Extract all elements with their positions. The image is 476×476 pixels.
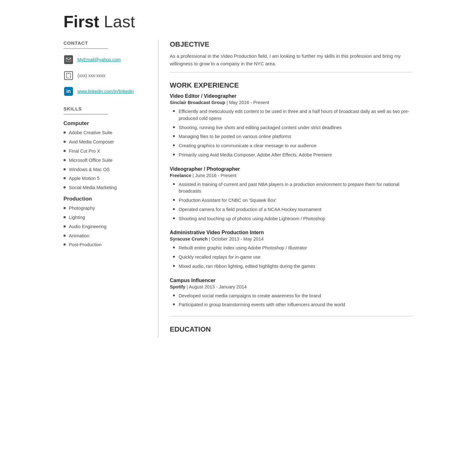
list-item: Final Cut Pro X [63, 148, 149, 154]
job-subtitle-1: Sinclair Broadcast Group | May 2016 - Pr… [170, 100, 413, 105]
skill-text: Social Media Marketing [69, 185, 117, 191]
job-date-sep-3: | [209, 236, 211, 241]
job-bullets-4: Developed social media campaigns to crea… [173, 293, 413, 309]
linkedin-item: in www.linkedin.com/in/linkedin [63, 86, 149, 96]
skill-text: Windows & Mac OS [69, 167, 110, 173]
skill-text: Post-Production [69, 242, 102, 248]
list-item: Shooting and touching up of photos using… [173, 215, 413, 222]
phone-item: (xxx) xxx-xxxx [63, 70, 149, 81]
bullet [63, 207, 66, 209]
bullet [63, 177, 66, 179]
list-item: Adobe Creative Suite [63, 130, 149, 136]
job-bullets-2: Assisted in training of current and past… [173, 181, 413, 222]
list-item: Assisted in training of current and past… [173, 181, 413, 195]
list-item: Operated camera for a field production o… [173, 206, 413, 213]
job-block-3: Administrative Video Production Intern S… [170, 230, 413, 270]
email-icon [63, 55, 74, 65]
job-title-1: Video Editor / Videographer [170, 93, 413, 99]
email-item: MyEmail@yahoo.com [63, 55, 149, 65]
bullet [173, 199, 175, 201]
education-divider [170, 316, 413, 316]
job-bullets-3: Rebuilt entire graphic index using Adobe… [173, 245, 413, 270]
bullet [63, 131, 66, 134]
list-item: Microsoft Office Suite [63, 157, 149, 163]
bullet [63, 159, 66, 161]
list-item: Primarily using Avid Media Composer, Ado… [173, 152, 413, 159]
list-item: Photography [63, 205, 149, 211]
job-subtitle-4: Spotify | August 2013 - January 2014 [170, 284, 413, 289]
job-date-3: October 2013 - May 2014 [211, 236, 263, 241]
email-link[interactable]: MyEmail@yahoo.com [77, 57, 121, 62]
job-block-2: Videographer / Photographer Freelance | … [170, 166, 413, 222]
job-subtitle-2: Freelance | June 2016 - Present [170, 173, 413, 178]
objective-divider [170, 72, 413, 72]
list-item: Animation [63, 233, 149, 239]
linkedin-icon: in [63, 86, 74, 96]
job-title-3: Administrative Video Production Intern [170, 230, 413, 235]
job-date-sep-2: | [193, 173, 195, 178]
work-experience-title: WORK EXPERIENCE [170, 81, 413, 89]
skill-text: Avid Media Composer [69, 139, 114, 145]
list-item: Developed social media campaigns to crea… [173, 293, 413, 300]
bullet [173, 154, 175, 155]
phone-text: (xxx) xxx-xxxx [77, 73, 105, 78]
list-item: Rebuilt entire graphic index using Adobe… [173, 245, 413, 252]
list-item: Efficiently and meticulously edit conten… [173, 108, 413, 122]
linkedin-icon-box: in [64, 87, 73, 96]
list-item: Social Media Marketing [63, 185, 149, 191]
first-name: First [63, 12, 99, 31]
job-date-2: June 2016 - Present [195, 173, 237, 178]
bullet [173, 208, 175, 210]
company-1: Sinclair Broadcast Group [170, 100, 225, 105]
left-column: CONTACT MyEmail@yahoo.com [63, 40, 159, 337]
bullet [173, 265, 175, 267]
last-name: Last [104, 12, 135, 31]
skills-section: SKILLS Computer Adobe Creative Suite Avi… [63, 106, 149, 248]
production-skills-list: Photography Lighting Audio Engineering A… [63, 205, 149, 248]
bullet [173, 247, 175, 248]
skill-text: Animation [69, 233, 89, 239]
skills-divider [63, 114, 108, 115]
list-item: Mixed audio, ran ribbon lighting, edited… [173, 263, 413, 270]
job-subtitle-3: Syracuse Crunch | October 2013 - May 201… [170, 236, 413, 241]
skills-label: SKILLS [63, 106, 149, 111]
bullet [63, 216, 66, 218]
job-title-4: Campus Influencer [170, 278, 413, 283]
objective-title: OBJECTIVE [170, 40, 413, 49]
phone-icon-box [64, 71, 73, 80]
skill-text: Final Cut Pro X [69, 148, 100, 154]
list-item: Managing files to be posted on various o… [173, 133, 413, 140]
job-date-sep-1: | [227, 100, 229, 105]
bullet [173, 294, 175, 296]
right-column: OBJECTIVE As a professional in the Video… [159, 40, 413, 337]
svg-rect-2 [68, 73, 69, 74]
company-2: Freelance [170, 173, 191, 178]
name-header: First Last [63, 13, 413, 31]
skill-text: Adobe Creative Suite [69, 130, 112, 136]
skill-text: Photography [69, 205, 95, 211]
company-4: Spotify [170, 284, 185, 289]
company-3: Syracuse Crunch [170, 236, 208, 241]
skill-text: Apple Motion 5 [69, 175, 100, 182]
job-title-2: Videographer / Photographer [170, 166, 413, 172]
computer-skills-list: Adobe Creative Suite Avid Media Composer… [63, 130, 149, 191]
bullet [173, 144, 175, 146]
resume-page: First Last CONTACT [63, 13, 413, 337]
bullet [63, 243, 66, 246]
list-item: Post-Production [63, 242, 149, 248]
job-date-1: May 2016 - Present [229, 100, 269, 105]
list-item: Quickly recalled replays for in-game use [173, 254, 413, 261]
list-item: Production Assistant for CNBC on 'Squawk… [173, 197, 413, 204]
computer-category: Computer [63, 120, 149, 127]
linkedin-link[interactable]: www.linkedin.com/in/linkedin [77, 89, 134, 94]
bullet [63, 141, 66, 143]
job-block-1: Video Editor / Videographer Sinclair Bro… [170, 93, 413, 159]
bullet [173, 217, 175, 219]
list-item: Apple Motion 5 [63, 175, 149, 182]
phone-icon [63, 70, 74, 81]
skill-text: Audio Engineering [69, 224, 107, 230]
skill-text: Lighting [69, 215, 85, 221]
bullet [63, 186, 66, 188]
job-block-4: Campus Influencer Spotify | August 2013 … [170, 278, 413, 309]
svg-point-3 [68, 77, 69, 78]
